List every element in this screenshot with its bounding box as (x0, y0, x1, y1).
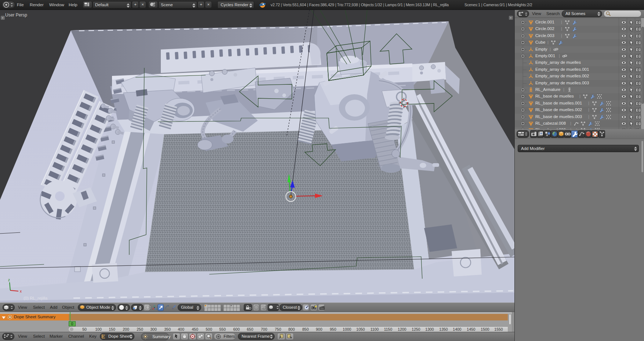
svg-text:User Persp: User Persp (5, 12, 27, 18)
svg-text:+: + (2, 16, 4, 20)
svg-text:+: + (510, 16, 512, 20)
svg-text:x: x (20, 289, 22, 293)
svg-text:z: z (8, 278, 10, 282)
svg-text:(0) RL_rejilla: (0) RL_rejilla (23, 296, 48, 300)
